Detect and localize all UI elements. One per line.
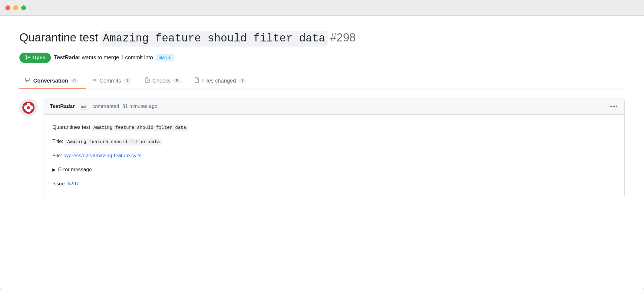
pr-status-label: Open — [32, 55, 45, 61]
svg-rect-3 — [27, 103, 30, 106]
comment-body: Quarantines test Amazing feature should … — [44, 115, 624, 197]
tab-commits-label: Commits — [100, 78, 121, 84]
pr-title-prefix: Quarantine test — [19, 30, 98, 45]
pr-meta-description: wants to merge 1 commit into — [82, 54, 153, 60]
pr-meta: Open TestRadar wants to merge 1 commit i… — [19, 53, 625, 63]
tab-checks-count: 5 — [173, 78, 181, 83]
comment-title-code: Amazing feature should filter data — [65, 138, 162, 145]
comment-header-left: TestRadar bot commented 31 minutes ago — [50, 103, 157, 109]
comment-error-line: ▶ Error message — [52, 165, 616, 174]
tab-conversation-label: Conversation — [33, 78, 68, 84]
error-toggle-label: Error message — [58, 165, 92, 174]
close-button[interactable] — [5, 5, 10, 10]
tab-checks[interactable]: Checks 5 — [139, 74, 188, 89]
comment-section: TestRadar bot commented 31 minutes ago •… — [19, 99, 625, 197]
svg-rect-4 — [27, 110, 30, 112]
pr-title-code: Amazing feature should filter data — [101, 31, 328, 47]
comment-title-line: Title: Amazing feature should filter dat… — [52, 137, 616, 146]
comment-action: commented — [92, 103, 119, 109]
svg-rect-6 — [31, 106, 33, 109]
svg-point-7 — [27, 106, 30, 109]
tab-conversation[interactable]: Conversation 0 — [19, 74, 86, 89]
comment-issue-line: Issue: #297 — [52, 180, 616, 188]
comment-header: TestRadar bot commented 31 minutes ago •… — [44, 99, 624, 115]
comment-line1-prefix: Quarantines test — [52, 124, 90, 130]
comment-file-label: File: — [52, 153, 62, 158]
pr-status-badge: Open — [19, 53, 51, 63]
comment-line1-code: Amazing feature should filter data — [91, 125, 188, 131]
comment-file-link[interactable]: cypress/e2e/amazing-feature.cy.ts — [64, 153, 142, 158]
error-message-toggle[interactable]: ▶ Error message — [52, 165, 616, 174]
titlebar — [0, 0, 644, 16]
browser-window: Quarantine test Amazing feature should f… — [0, 0, 644, 290]
comment-menu-button[interactable]: ••• — [610, 103, 618, 110]
avatar — [19, 99, 38, 117]
tab-commits-count: 1 — [124, 78, 131, 83]
bot-badge: bot — [78, 104, 89, 109]
checks-icon — [145, 77, 150, 84]
comment-author: TestRadar — [50, 103, 75, 109]
page-content: Quarantine test Amazing feature should f… — [0, 16, 644, 290]
tab-conversation-count: 0 — [71, 78, 78, 83]
pr-title-number: #298 — [330, 30, 356, 45]
maximize-button[interactable] — [21, 5, 26, 10]
comment-issue-label: Issue: — [52, 181, 66, 187]
files-changed-icon — [194, 77, 200, 84]
tab-files-changed-label: Files changed — [202, 78, 236, 84]
pr-meta-text: TestRadar wants to merge 1 commit into — [54, 54, 153, 61]
pr-title: Quarantine test Amazing feature should f… — [19, 30, 625, 47]
comment-time: 31 minutes ago — [122, 103, 157, 109]
tab-files-changed[interactable]: Files changed 1 — [188, 74, 253, 89]
minimize-button[interactable] — [13, 5, 18, 10]
pr-author: TestRadar — [54, 54, 80, 60]
svg-rect-5 — [24, 106, 26, 109]
comment-box: TestRadar bot commented 31 minutes ago •… — [44, 99, 625, 197]
comment-title-label: Title: — [52, 138, 63, 144]
tab-checks-label: Checks — [153, 78, 171, 84]
comment-file-line: File: cypress/e2e/amazing-feature.cy.ts — [52, 152, 616, 160]
comment-line1: Quarantines test Amazing feature should … — [52, 123, 616, 132]
pr-status-icon — [25, 54, 30, 61]
chevron-right-icon: ▶ — [52, 166, 56, 174]
conversation-icon — [25, 77, 31, 84]
tab-commits[interactable]: Commits 1 — [86, 74, 139, 89]
pr-tabs: Conversation 0 Commits 1 Checks — [19, 74, 625, 89]
comment-issue-link[interactable]: #297 — [68, 181, 79, 187]
pr-branch: main — [156, 54, 173, 61]
commits-icon — [92, 77, 97, 84]
tab-files-changed-count: 1 — [239, 78, 246, 83]
